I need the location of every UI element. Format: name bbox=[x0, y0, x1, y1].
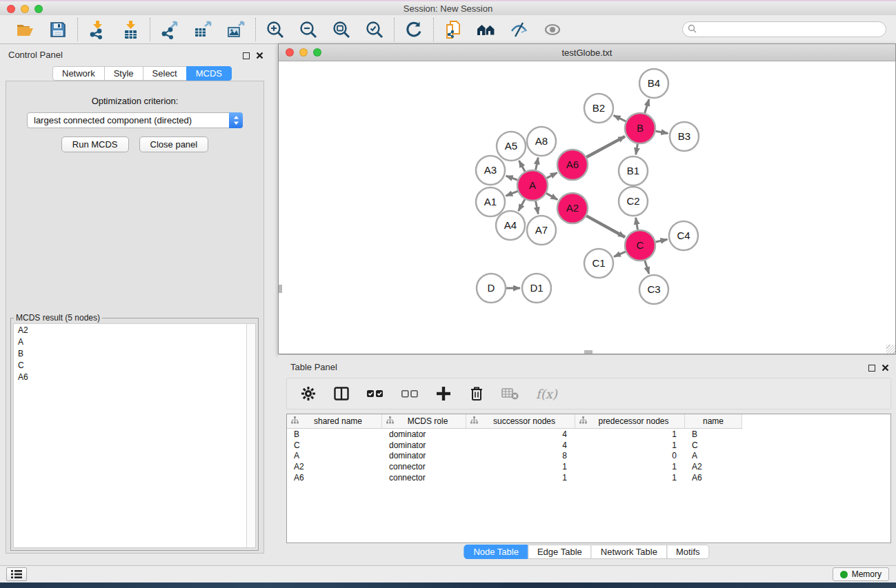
settings-gear-icon[interactable] bbox=[300, 385, 317, 402]
graph-node-B2[interactable]: B2 bbox=[584, 94, 613, 123]
graph-node-C4[interactable]: C4 bbox=[669, 221, 698, 250]
tab-network-table[interactable]: Network Table bbox=[591, 545, 667, 559]
tab-network[interactable]: Network bbox=[52, 66, 105, 81]
export-image-icon[interactable] bbox=[226, 20, 246, 39]
home-layout-icon[interactable] bbox=[477, 20, 496, 39]
tab-select[interactable]: Select bbox=[143, 66, 187, 81]
graph-node-A5[interactable]: A5 bbox=[497, 132, 526, 161]
tab-mcds[interactable]: MCDS bbox=[186, 66, 232, 81]
tab-node-table[interactable]: Node Table bbox=[464, 545, 528, 559]
graph-node-D1[interactable]: D1 bbox=[522, 274, 551, 303]
result-item[interactable]: A6 bbox=[14, 371, 255, 383]
table-cell[interactable]: B bbox=[685, 429, 742, 439]
network-window-titlebar[interactable]: testGlobe.txt bbox=[279, 44, 895, 61]
table-cell[interactable]: connector bbox=[382, 462, 466, 472]
network-canvas[interactable]: AA1A2A3A4A5A6A7A8BB1B2B3B4CC1C2C3C4DD1 bbox=[279, 61, 895, 354]
zoom-fit-icon[interactable] bbox=[332, 20, 351, 39]
export-table-icon[interactable] bbox=[193, 20, 212, 39]
graph-node-A7[interactable]: A7 bbox=[527, 216, 556, 245]
graph-node-C3[interactable]: C3 bbox=[639, 275, 668, 304]
graph-node-A8[interactable]: A8 bbox=[527, 127, 556, 156]
graph-edge-A-A1[interactable] bbox=[506, 191, 517, 196]
close-panel-icon[interactable] bbox=[882, 362, 889, 374]
table-cell[interactable]: 4 bbox=[466, 429, 575, 439]
table-cell[interactable]: A6 bbox=[685, 473, 742, 483]
mcds-result-list[interactable]: A2ABCA6 bbox=[13, 323, 256, 548]
refresh-icon[interactable] bbox=[404, 20, 424, 39]
table-row[interactable]: A2connector11A2 bbox=[287, 461, 890, 472]
table-cell[interactable]: 0 bbox=[575, 451, 685, 460]
graph-node-A1[interactable]: A1 bbox=[476, 187, 505, 216]
graph-edge-A2-C[interactable] bbox=[586, 216, 625, 237]
table-cell[interactable]: A bbox=[685, 451, 742, 460]
close-panel-icon[interactable] bbox=[256, 50, 263, 62]
result-item[interactable]: C bbox=[14, 359, 255, 371]
graph-node-D[interactable]: D bbox=[477, 274, 506, 303]
add-column-icon[interactable] bbox=[435, 385, 452, 402]
delete-table-icon[interactable] bbox=[501, 386, 519, 401]
table-cell[interactable]: B bbox=[287, 429, 382, 439]
save-session-icon[interactable] bbox=[48, 20, 68, 39]
graph-node-A4[interactable]: A4 bbox=[496, 211, 525, 240]
run-mcds-button[interactable]: Run MCDS bbox=[61, 136, 129, 152]
graph-edge-A-A2[interactable] bbox=[546, 193, 557, 199]
table-cell[interactable]: 4 bbox=[466, 440, 575, 450]
zoom-selected-icon[interactable] bbox=[365, 20, 384, 39]
graph-node-A6[interactable]: A6 bbox=[557, 150, 588, 180]
graph-edge-B-B3[interactable] bbox=[656, 131, 668, 133]
close-window-icon[interactable] bbox=[286, 48, 294, 57]
minimize-window-icon[interactable] bbox=[21, 5, 29, 13]
column-header-shared-name[interactable]: shared name bbox=[287, 414, 382, 429]
vertical-scrollbar[interactable] bbox=[279, 285, 282, 293]
table-cell[interactable]: A2 bbox=[287, 462, 382, 472]
graph-node-B1[interactable]: B1 bbox=[619, 156, 648, 185]
criterion-dropdown[interactable]: largest connected component (directed) bbox=[27, 112, 243, 128]
graph-node-A2[interactable]: A2 bbox=[557, 193, 588, 223]
table-cell[interactable]: C bbox=[287, 440, 382, 450]
table-cell[interactable]: 1 bbox=[575, 440, 685, 450]
table-cell[interactable]: 1 bbox=[466, 473, 575, 483]
table-cell[interactable]: 1 bbox=[575, 473, 685, 483]
result-item[interactable]: B bbox=[14, 347, 255, 359]
graph-node-B3[interactable]: B3 bbox=[670, 122, 699, 151]
search-input[interactable] bbox=[699, 25, 881, 34]
hide-graphics-icon[interactable] bbox=[510, 20, 529, 39]
column-header-MCDS-role[interactable]: MCDS role bbox=[382, 414, 466, 429]
graph-node-A[interactable]: A bbox=[517, 170, 548, 201]
graph-edge-B-B4[interactable] bbox=[645, 99, 649, 113]
import-table-icon[interactable] bbox=[121, 20, 140, 39]
result-item[interactable]: A2 bbox=[14, 324, 255, 336]
graph-edge-C-C3[interactable] bbox=[645, 261, 649, 274]
graph-edge-C-C1[interactable] bbox=[614, 252, 626, 256]
import-network-icon[interactable] bbox=[88, 20, 107, 39]
graph-edge-A-A8[interactable] bbox=[536, 158, 539, 170]
close-panel-button[interactable]: Close panel bbox=[139, 136, 209, 152]
maximize-window-icon[interactable] bbox=[313, 48, 321, 57]
zoom-out-icon[interactable] bbox=[299, 20, 318, 39]
graph-edge-A-A7[interactable] bbox=[536, 201, 539, 214]
graph-edge-A-A6[interactable] bbox=[546, 172, 557, 178]
float-panel-icon[interactable] bbox=[243, 52, 250, 59]
graph-node-C1[interactable]: C1 bbox=[584, 249, 613, 278]
table-cell[interactable]: connector bbox=[382, 473, 466, 483]
deselect-all-icon[interactable] bbox=[401, 385, 419, 402]
graph-edge-C-C4[interactable] bbox=[655, 239, 667, 242]
graph-edge-C-C2[interactable] bbox=[636, 218, 638, 230]
column-view-icon[interactable] bbox=[333, 385, 350, 402]
clone-network-icon[interactable] bbox=[444, 20, 463, 39]
graph-edge-A-A4[interactable] bbox=[519, 199, 525, 211]
open-file-icon[interactable] bbox=[15, 20, 34, 39]
tab-style[interactable]: Style bbox=[104, 66, 143, 81]
column-header-predecessor-nodes[interactable]: predecessor nodes bbox=[575, 414, 685, 429]
column-header-name[interactable]: name bbox=[685, 414, 742, 429]
network-graph[interactable]: AA1A2A3A4A5A6A7A8BB1B2B3B4CC1C2C3C4DD1 bbox=[279, 61, 895, 354]
task-history-button[interactable] bbox=[6, 567, 27, 581]
column-header-successor-nodes[interactable]: successor nodes bbox=[466, 414, 575, 429]
result-item[interactable]: A bbox=[14, 336, 255, 347]
maximize-window-icon[interactable] bbox=[34, 5, 43, 13]
resize-handle[interactable] bbox=[886, 345, 895, 354]
tab-motifs[interactable]: Motifs bbox=[666, 545, 710, 559]
graph-edge-A6-B[interactable] bbox=[586, 136, 625, 157]
table-cell[interactable]: dominator bbox=[382, 429, 466, 439]
table-cell[interactable]: A bbox=[287, 451, 382, 460]
